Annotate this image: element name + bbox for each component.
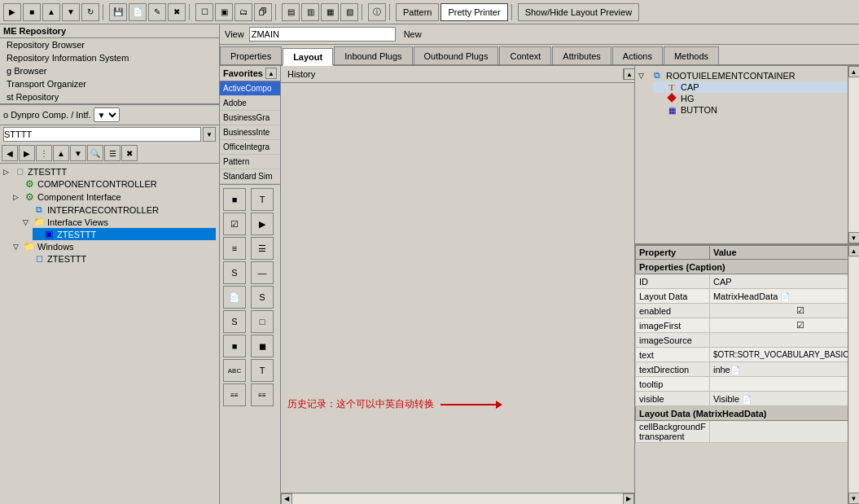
hscroll-track[interactable] — [292, 494, 623, 504]
tree-vscroll-down[interactable]: ▼ — [848, 232, 860, 243]
tree-node-interface-views[interactable]: ▽ 📁 Interface Views — [23, 216, 216, 228]
palette-item-businessinte[interactable]: BusinessInte — [220, 125, 280, 140]
vscroll-up[interactable]: ▲ — [624, 68, 635, 80]
toolbar-btn-17[interactable]: ▧ — [340, 3, 358, 21]
palette-icon-btn-15[interactable]: ABC — [223, 359, 246, 382]
prop-val-imagefirst[interactable]: ☑ — [709, 318, 859, 333]
view-input[interactable] — [249, 27, 396, 42]
sidebar-item-repo-browser[interactable]: Repository Browser — [0, 38, 219, 51]
palette-item-pattern[interactable]: Pattern — [220, 155, 280, 169]
sidebar-search-arrow[interactable]: ▼ — [203, 127, 216, 142]
palette-icon-btn-13[interactable]: ■ — [223, 335, 246, 357]
prop-val-layoutdata[interactable]: MatrixHeadData 📄 — [709, 289, 859, 304]
palette-icon-btn-14[interactable]: ◼ — [251, 335, 274, 357]
prop-val-enabled[interactable]: ☑ — [709, 304, 859, 318]
palette-icon-btn-4[interactable]: ▶ — [251, 213, 274, 235]
palette-item-adobe[interactable]: Adobe — [220, 96, 280, 111]
tree-vscroll-up[interactable]: ▲ — [848, 66, 860, 77]
sidebar-item-st-repo[interactable]: st Repository — [0, 90, 219, 103]
tab-properties[interactable]: Properties — [220, 46, 282, 64]
toolbar-btn-13[interactable]: 🗍 — [254, 3, 272, 21]
palette-icon-btn-3[interactable]: ☑ — [223, 213, 246, 235]
tree-tool-1[interactable]: ◀ — [2, 145, 18, 161]
palette-scroll-btn[interactable]: ▲ — [265, 68, 277, 79]
tree-node-interfacecontroller[interactable]: ⧉ INTERFACECONTROLLER — [23, 204, 216, 216]
toolbar-btn-4[interactable]: ▼ — [62, 3, 80, 21]
tab-inbound-plugs[interactable]: Inbound Plugs — [334, 46, 412, 64]
toolbar-btn-8[interactable]: ✎ — [148, 3, 166, 21]
tree-tool-search[interactable]: 🔍 — [87, 145, 103, 161]
prop-val-textdirection[interactable]: inhe📄 — [709, 362, 859, 377]
prop-val-id[interactable]: CAP — [709, 274, 859, 289]
prop-val-tooltip[interactable] — [709, 377, 859, 392]
tree-node-ztesttt-view[interactable]: ▣ ZTESTTT — [33, 228, 216, 240]
tree-tool-expand[interactable]: ⋮ — [36, 145, 52, 161]
palette-item-officeintegra[interactable]: OfficeIntegra — [220, 140, 280, 155]
tab-layout[interactable]: Layout — [283, 48, 333, 66]
palette-icon-btn-10[interactable]: S — [251, 286, 274, 309]
prop-val-imagesource[interactable] — [709, 333, 859, 348]
prop-vscroll-track[interactable] — [849, 256, 859, 493]
palette-icon-btn-6[interactable]: ☰ — [251, 237, 274, 260]
prop-val-visible[interactable]: Visible 📄 — [709, 392, 859, 406]
prop-vscroll-up[interactable]: ▲ — [848, 245, 860, 256]
pretty-printer-button[interactable]: Pretty Printer — [440, 3, 507, 21]
palette-icon-btn-12[interactable]: □ — [251, 310, 274, 333]
tab-attributes[interactable]: Attributes — [552, 46, 611, 64]
palette-icon-btn-2[interactable]: T — [251, 188, 274, 211]
toolbar-btn-6[interactable]: 💾 — [109, 3, 127, 21]
palette-icon-btn-8[interactable]: — — [251, 261, 274, 284]
tree-vscroll-track[interactable] — [849, 77, 859, 232]
tab-outbound-plugs[interactable]: Outbound Plugs — [414, 46, 499, 64]
palette-icon-btn-7[interactable]: S — [223, 261, 246, 284]
rtree-node-hg[interactable]: HG — [653, 93, 856, 104]
palette-icon-btn-16[interactable]: T — [251, 359, 274, 382]
hscroll-right[interactable]: ▶ — [623, 493, 634, 505]
tree-node-ztesttt-window[interactable]: ◻ ZTESTTT — [23, 252, 216, 265]
toolbar-btn-9[interactable]: ✖ — [168, 3, 186, 21]
toolbar-btn-5[interactable]: ↻ — [81, 3, 99, 21]
toolbar-btn-2[interactable]: ■ — [23, 3, 41, 21]
tab-methods[interactable]: Methods — [664, 46, 719, 64]
tree-node-comp-interface[interactable]: ▷ ⚙ Component Interface — [13, 191, 216, 204]
toolbar-btn-14[interactable]: ▤ — [282, 3, 300, 21]
tree-node-ztesttt-root[interactable]: ▷ ◻ ZTESTTT — [3, 165, 216, 177]
palette-icon-btn-5[interactable]: ≡ — [223, 237, 246, 260]
palette-icon-btn-1[interactable]: ■ — [223, 188, 246, 211]
palette-item-standard-sim[interactable]: Standard Sim — [220, 169, 280, 184]
tab-context[interactable]: Context — [499, 46, 551, 64]
palette-icon-btn-17[interactable]: ≡≡ — [223, 383, 246, 406]
sidebar-item-transport[interactable]: Transport Organizer — [0, 77, 219, 90]
rtree-root[interactable]: ▽ ⧉ ROOTUIELEMENTCONTAINER — [638, 69, 856, 81]
tree-tool-add[interactable]: ☰ — [104, 145, 121, 161]
toolbar-btn-7[interactable]: 📄 — [129, 3, 147, 21]
toolbar-btn-16[interactable]: ▦ — [321, 3, 339, 21]
palette-icon-btn-11[interactable]: S — [223, 310, 246, 333]
toolbar-btn-1[interactable]: ▶ — [3, 3, 21, 21]
dynpro-dropdown[interactable]: ▼ — [94, 107, 120, 122]
tree-tool-2[interactable]: ▶ — [19, 145, 35, 161]
tab-actions[interactable]: Actions — [612, 46, 663, 64]
prop-vscroll-down[interactable]: ▼ — [848, 493, 860, 504]
toolbar-btn-10[interactable]: ☐ — [195, 3, 213, 21]
prop-val-text[interactable]: $OTR:SOTR_VOCABULARY_BASIC/HISTORY — [709, 348, 859, 362]
tree-tool-delete[interactable]: ✖ — [121, 145, 138, 161]
toolbar-btn-12[interactable]: 🗂 — [234, 3, 252, 21]
palette-item-activecompo[interactable]: ActiveCompo — [220, 81, 280, 96]
palette-icon-btn-18[interactable]: ≡≡ — [251, 383, 274, 406]
rtree-node-cap[interactable]: T CAP — [653, 81, 856, 93]
hscroll-left[interactable]: ◀ — [281, 493, 292, 505]
rtree-node-button[interactable]: ▦ BUTTON — [653, 104, 856, 116]
prop-val-cellbg[interactable] — [709, 421, 859, 443]
sidebar-search-input[interactable] — [3, 127, 201, 142]
palette-item-businessgra[interactable]: BusinessGra — [220, 111, 280, 125]
tree-node-componentcontroller[interactable]: ⚙ COMPONENTCONTROLLER — [13, 177, 216, 191]
toolbar-btn-3[interactable]: ▲ — [42, 3, 60, 21]
pattern-button[interactable]: Pattern — [396, 3, 439, 21]
tree-tool-down[interactable]: ▼ — [70, 145, 86, 161]
toolbar-btn-11[interactable]: ▣ — [215, 3, 233, 21]
tree-node-windows[interactable]: ▽ 📁 Windows — [13, 240, 216, 252]
toolbar-btn-info[interactable]: ⓘ — [368, 3, 386, 21]
sidebar-item-repo-info[interactable]: Repository Information System — [0, 51, 219, 64]
palette-icon-btn-9[interactable]: 📄 — [223, 286, 246, 309]
